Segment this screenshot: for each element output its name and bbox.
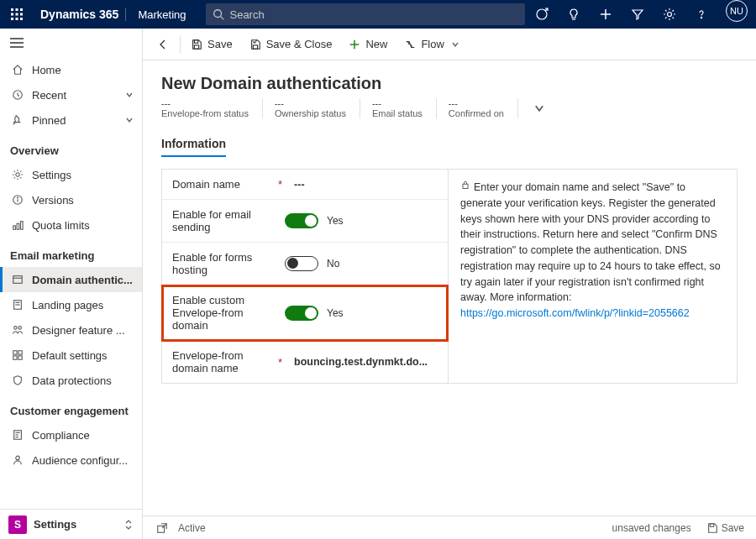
svg-point-17 (668, 13, 672, 17)
sidebar-item-versions[interactable]: Versions (0, 187, 142, 212)
cmd-label: Save (207, 38, 233, 50)
sidebar-item-landing[interactable]: Landing pages (0, 292, 142, 317)
waffle-icon[interactable] (0, 8, 34, 20)
svg-rect-4 (16, 13, 18, 16)
gear-icon[interactable] (654, 0, 685, 29)
toggle-off[interactable] (285, 256, 318, 271)
avatar[interactable]: NU (726, 0, 748, 22)
footer-save-label: Save (722, 522, 744, 534)
sidebar-label: Settings (32, 169, 134, 181)
svg-point-24 (16, 173, 19, 176)
svg-rect-40 (13, 356, 17, 359)
svg-rect-28 (13, 226, 16, 229)
target-icon[interactable] (526, 0, 558, 29)
sidebar-item-home[interactable]: Home (0, 57, 142, 82)
svg-rect-8 (20, 18, 23, 20)
search-icon (213, 8, 224, 20)
sidebar-item-recent[interactable]: Recent (0, 82, 142, 107)
lock-icon (460, 180, 470, 190)
top-bar: Dynamics 365 Marketing Search NU (0, 0, 756, 29)
svg-rect-39 (18, 351, 22, 354)
svg-rect-38 (13, 351, 17, 354)
chevron-down-icon (125, 116, 134, 124)
flow-button[interactable]: Flow (396, 29, 467, 60)
svg-rect-5 (20, 13, 23, 16)
brand-label[interactable]: Dynamics 365 (34, 8, 125, 21)
sidebar-item-compliance[interactable]: Compliance (0, 422, 142, 447)
sidebar-label: Versions (32, 194, 134, 207)
content: New Domain authentication ---Envelope-fr… (143, 60, 756, 515)
back-button[interactable] (148, 29, 178, 60)
module-label[interactable]: Marketing (125, 8, 197, 21)
filter-icon[interactable] (622, 0, 654, 29)
hamburger-icon[interactable] (0, 29, 142, 57)
sidebar-item-dataprot[interactable]: Data protections (0, 368, 142, 393)
field-forms-hosting[interactable]: Enable for forms hosting No (162, 243, 448, 285)
popout-icon[interactable] (155, 522, 170, 534)
save-icon (191, 39, 202, 50)
field-custom-envelope[interactable]: Enable custom Envelope-from domain Yes (162, 285, 448, 341)
sidebar-item-quota[interactable]: Quota limits (0, 212, 142, 238)
topbar-icons: NU (526, 0, 756, 29)
status-row: ---Envelope-from status ---Ownership sta… (161, 98, 738, 118)
lightbulb-icon[interactable] (558, 0, 590, 29)
status-ownership: ---Ownership status (275, 98, 360, 118)
defaults-icon (10, 349, 25, 361)
svg-point-27 (18, 197, 18, 198)
status-envelope: ---Envelope-from status (161, 98, 263, 118)
expand-header-button[interactable] (533, 102, 545, 114)
tab-information[interactable]: Information (161, 137, 226, 157)
sidebar-label: Designer feature ... (32, 324, 134, 337)
field-email-sending[interactable]: Enable for email sending Yes (162, 200, 448, 243)
status-email: ---Email status (372, 98, 437, 118)
toggle-on[interactable] (285, 213, 318, 228)
svg-rect-47 (194, 39, 197, 43)
area-label: Settings (34, 518, 123, 531)
help-icon[interactable] (685, 0, 717, 29)
sidebar-label: Landing pages (32, 299, 134, 311)
new-button[interactable]: New (340, 29, 396, 60)
footer-save-icon[interactable]: Save (706, 522, 744, 534)
svg-point-36 (14, 327, 18, 330)
status-confirmed: ---Confirmed on (449, 98, 518, 118)
sidebar-label: Recent (32, 89, 125, 102)
compliance-icon (10, 429, 25, 441)
help-link[interactable]: https://go.microsoft.com/fwlink/p/?linki… (460, 307, 690, 319)
sidebar-label: Home (32, 64, 134, 76)
field-value: --- (282, 179, 438, 191)
sidebar: Home Recent Pinned Overview Settings Ver… (0, 29, 143, 539)
help-panel: Enter your domain name and select "Save"… (448, 170, 737, 383)
updown-icon (123, 520, 134, 530)
audience-icon (10, 454, 25, 466)
sidebar-label: Default settings (32, 349, 134, 362)
field-domain-name[interactable]: Domain name* --- (162, 170, 448, 200)
sidebar-item-pinned[interactable]: Pinned (0, 107, 142, 133)
svg-line-10 (221, 17, 224, 20)
global-search[interactable]: Search (206, 3, 525, 25)
plus-icon[interactable] (590, 0, 622, 29)
footer-status: Active (178, 522, 206, 534)
sidebar-label: Data protections (32, 374, 134, 387)
svg-rect-7 (16, 18, 18, 20)
svg-rect-55 (710, 523, 713, 526)
area-switcher[interactable]: S Settings (0, 509, 142, 539)
field-value: bouncing.test.dynmkt.do... (282, 356, 438, 368)
field-envelope-domain[interactable]: Envelope-from domain name* bouncing.test… (162, 341, 448, 383)
toggle-on[interactable] (285, 306, 318, 321)
gear-icon (10, 169, 25, 181)
flow-icon (404, 39, 416, 50)
save-button[interactable]: Save (182, 29, 241, 60)
sidebar-item-domain-auth[interactable]: Domain authentic... (0, 267, 142, 292)
sidebar-item-designer[interactable]: Designer feature ... (0, 317, 142, 343)
people-icon (10, 324, 25, 336)
sidebar-item-audience[interactable]: Audience configur... (0, 447, 142, 473)
svg-rect-1 (16, 8, 18, 11)
sidebar-item-settings[interactable]: Settings (0, 162, 142, 187)
page-icon (10, 299, 25, 311)
chevron-down-icon (451, 40, 459, 49)
save-close-button[interactable]: Save & Close (241, 29, 341, 60)
home-icon (10, 64, 25, 76)
svg-point-18 (701, 17, 701, 18)
save-close-icon (249, 39, 261, 50)
sidebar-item-defaults[interactable]: Default settings (0, 343, 142, 368)
